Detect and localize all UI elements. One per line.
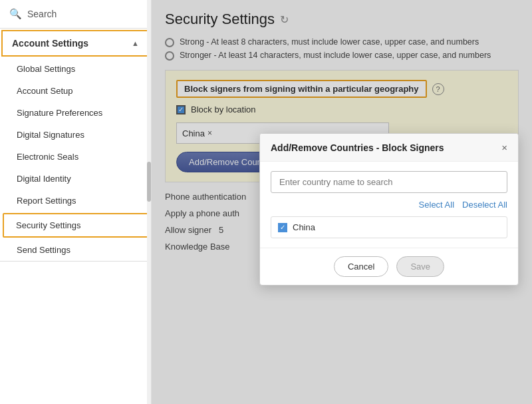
modal-footer: Cancel Save (260, 248, 518, 285)
modal-country-row-china: ✓ China (271, 216, 507, 238)
modal-overlay: Add/Remove Countries - Block Signers × S… (152, 0, 532, 404)
sidebar-items-list: Global Settings Account Setup Signature … (0, 58, 151, 261)
search-label: Search (27, 9, 57, 19)
sidebar-item-signature-preferences[interactable]: Signature Preferences (0, 102, 151, 124)
modal-links-row: Select All Deselect All (271, 200, 507, 210)
sidebar-item-electronic-seals[interactable]: Electronic Seals (0, 146, 151, 168)
sidebar-item-report-settings[interactable]: Report Settings (0, 190, 151, 212)
sidebar-item-security-settings[interactable]: Security Settings (3, 213, 148, 238)
select-all-link[interactable]: Select All (419, 200, 454, 210)
country-search-input[interactable] (271, 171, 507, 193)
sidebar-item-send-settings[interactable]: Send Settings (0, 239, 151, 261)
sidebar: 🔍 Search Account Settings ▲ Global Setti… (0, 0, 152, 404)
deselect-all-link[interactable]: Deselect All (462, 200, 507, 210)
main-content: Security Settings ↻ Strong - At least 8 … (152, 0, 532, 404)
account-settings-section: Account Settings ▲ Global Settings Accou… (0, 29, 151, 262)
modal-checkmark-icon: ✓ (280, 224, 285, 231)
sidebar-item-digital-identity[interactable]: Digital Identity (0, 168, 151, 190)
modal-header: Add/Remove Countries - Block Signers × (260, 134, 518, 162)
account-settings-label: Account Settings (12, 38, 88, 49)
sidebar-item-global-settings[interactable]: Global Settings (0, 58, 151, 80)
modal-close-button[interactable]: × (501, 142, 507, 153)
chevron-up-icon: ▲ (132, 39, 139, 47)
sidebar-item-account-setup[interactable]: Account Setup (0, 80, 151, 102)
modal-china-label: China (293, 222, 315, 232)
sidebar-scrollbar-track (147, 0, 151, 404)
sidebar-item-digital-signatures[interactable]: Digital Signatures (0, 124, 151, 146)
modal-body: Select All Deselect All ✓ China (260, 162, 518, 248)
cancel-button[interactable]: Cancel (334, 256, 388, 277)
modal-box: Add/Remove Countries - Block Signers × S… (259, 133, 519, 286)
app-container: 🔍 Search Account Settings ▲ Global Setti… (0, 0, 532, 404)
sidebar-scrollbar-thumb[interactable] (147, 162, 151, 202)
account-settings-header[interactable]: Account Settings ▲ (1, 30, 150, 57)
search-icon: 🔍 (9, 8, 22, 20)
modal-title: Add/Remove Countries - Block Signers (271, 142, 444, 153)
search-bar[interactable]: 🔍 Search (0, 0, 151, 29)
modal-china-checkbox[interactable]: ✓ (278, 223, 287, 232)
save-button[interactable]: Save (396, 256, 444, 277)
